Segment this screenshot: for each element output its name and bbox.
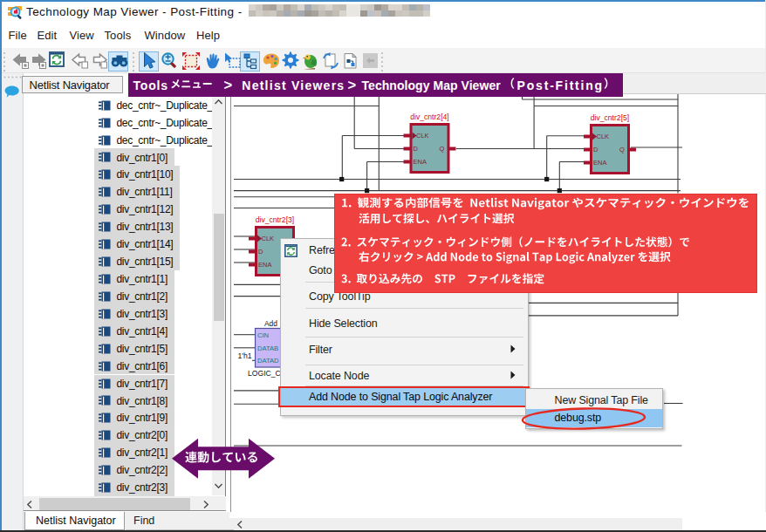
svg-text:div_cntr2[5]: div_cntr2[5] [591,113,629,122]
svg-text:CLK: CLK [597,133,610,140]
svg-text:DATAB: DATAB [257,344,278,352]
svg-text:div_cntr2[4]: div_cntr2[4] [410,113,448,121]
svg-text:Q: Q [619,146,625,153]
svg-text:Add: Add [264,319,277,328]
svg-text:ENA: ENA [258,261,271,269]
svg-text:Q: Q [440,145,445,153]
svg-text:D: D [258,248,263,256]
svg-text:div_cntr2[3]: div_cntr2[3] [256,215,294,224]
svg-text:D: D [414,145,419,153]
svg-text:1'h1: 1'h1 [238,351,252,360]
svg-text:CLK: CLK [416,132,429,140]
svg-text:ENA: ENA [593,159,606,167]
svg-text:ENA: ENA [414,158,427,166]
svg-text:CIN: CIN [257,331,269,339]
svg-text:CLK: CLK [262,235,275,242]
svg-text:DATAD: DATAD [257,357,279,365]
svg-text:D: D [593,146,598,153]
